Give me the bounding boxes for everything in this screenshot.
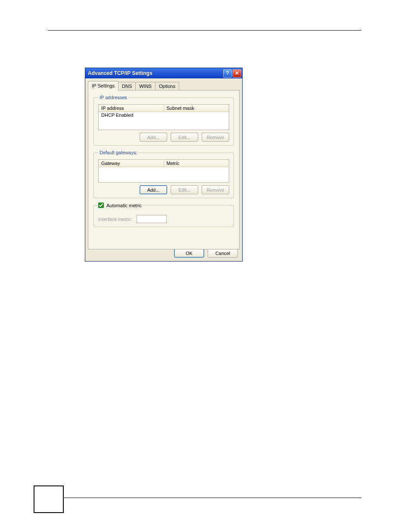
dialog-title: Advanced TCP/IP Settings <box>88 70 222 76</box>
automatic-metric-checkbox[interactable] <box>98 202 104 208</box>
dialog-client: IP Settings DNS WINS Options IP addresse… <box>85 78 242 261</box>
ip-edit-button[interactable]: Edit... <box>171 133 198 142</box>
ip-addresses-list[interactable]: IP address Subnet mask DHCP Enabled <box>98 104 229 130</box>
gw-list-body <box>99 167 229 168</box>
ip-remove-button[interactable]: Remove <box>202 133 229 142</box>
gw-buttons-row: Add... Edit... Remove <box>98 185 229 194</box>
tab-panel-ip-settings: IP addresses IP address Subnet mask DHCP… <box>88 90 240 249</box>
gw-col-gateway[interactable]: Gateway <box>99 160 164 167</box>
close-icon: ✕ <box>235 71 239 76</box>
tab-wins[interactable]: WINS <box>135 82 156 90</box>
ip-buttons-row: Add... Edit... Remove <box>98 133 229 142</box>
gw-remove-button[interactable]: Remove <box>202 185 229 194</box>
titlebar[interactable]: Advanced TCP/IP Settings ? ✕ <box>85 68 242 78</box>
ok-button[interactable]: OK <box>174 249 204 258</box>
dialog-action-buttons: OK Cancel <box>174 249 238 258</box>
advanced-tcpip-dialog: Advanced TCP/IP Settings ? ✕ IP Settings… <box>85 68 243 261</box>
cancel-button[interactable]: Cancel <box>208 249 238 258</box>
close-button[interactable]: ✕ <box>233 69 241 78</box>
gw-add-button[interactable]: Add... <box>140 185 167 194</box>
help-button[interactable]: ? <box>223 69 232 78</box>
page-number-box <box>34 485 64 513</box>
gateways-group: Default gateways: Gateway Metric Add... … <box>93 150 234 198</box>
help-icon: ? <box>226 71 229 76</box>
ip-list-header: IP address Subnet mask <box>99 105 229 112</box>
gateways-legend: Default gateways: <box>98 150 138 155</box>
gw-col-metric[interactable]: Metric <box>164 160 229 167</box>
ip-addresses-group: IP addresses IP address Subnet mask DHCP… <box>93 95 234 146</box>
interface-metric-row: Interface metric: <box>98 215 229 223</box>
metric-group: Automatic metric Interface metric: <box>93 202 234 227</box>
tab-options[interactable]: Options <box>155 82 179 90</box>
tab-ip-settings[interactable]: IP Settings <box>88 81 118 90</box>
ip-col-address[interactable]: IP address <box>99 105 164 112</box>
ip-add-button[interactable]: Add... <box>140 133 167 142</box>
gw-edit-button[interactable]: Edit... <box>171 185 198 194</box>
ip-row-dhcp[interactable]: DHCP Enabled <box>101 112 226 118</box>
gateways-list[interactable]: Gateway Metric <box>98 159 229 183</box>
automatic-metric-label[interactable]: Automatic metric <box>106 203 142 208</box>
page-header-rule <box>48 30 361 31</box>
interface-metric-label: Interface metric: <box>98 217 132 222</box>
page-footer-rule <box>48 498 361 498</box>
interface-metric-input[interactable] <box>137 215 167 223</box>
tab-dns[interactable]: DNS <box>118 82 136 90</box>
gw-list-header: Gateway Metric <box>99 160 229 167</box>
tabstrip: IP Settings DNS WINS Options <box>88 81 240 90</box>
ip-addresses-legend: IP addresses <box>98 95 128 100</box>
ip-col-subnet[interactable]: Subnet mask <box>164 105 229 112</box>
ip-list-body: DHCP Enabled <box>99 112 229 118</box>
